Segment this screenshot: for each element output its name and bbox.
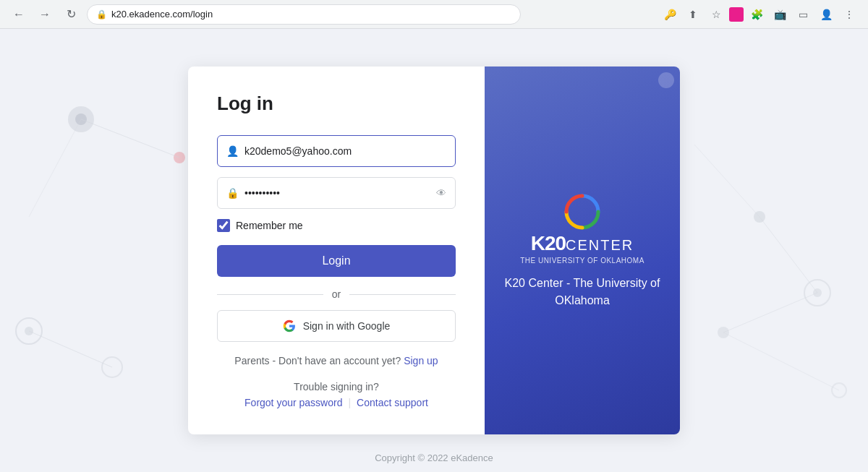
k20-subtitle-text: THE UNIVERSITY OF OKLAHOMA <box>520 257 644 265</box>
sidebar-btn[interactable]: ▭ <box>793 4 813 25</box>
page-title: Log in <box>217 93 456 115</box>
page-footer: Copyright © 2022 eKadence <box>0 452 868 463</box>
password-group: 🔒 👁 <box>217 177 456 209</box>
trouble-title: Trouble signing in? <box>217 381 456 392</box>
trouble-section: Trouble signing in? Forgot your password… <box>217 381 456 408</box>
password-input-wrapper: 🔒 👁 <box>217 177 456 209</box>
remember-checkbox[interactable] <box>217 219 230 232</box>
forward-button[interactable]: → <box>35 4 55 25</box>
divider-line-right <box>349 294 456 295</box>
k20-center-text: CENTER <box>566 237 634 253</box>
divider: or <box>217 288 456 300</box>
cast-btn[interactable]: 📺 <box>770 4 790 25</box>
forgot-password-link[interactable]: Forgot your password <box>244 397 342 408</box>
parents-row: Parents - Don't have an account yet? Sig… <box>217 355 456 366</box>
toggle-password-icon[interactable]: 👁 <box>436 187 446 199</box>
password-field[interactable] <box>244 187 436 199</box>
browser-chrome: ← → ↻ 🔒 k20.ekadence.com/login 🔑 ⬆ ☆ 🧩 📺… <box>0 0 868 29</box>
page-content: Log in 👤 🔒 👁 Remember me <box>0 0 868 472</box>
lock-icon: 🔒 <box>96 9 107 20</box>
remember-row: Remember me <box>217 219 456 232</box>
puzzle-btn[interactable]: 🧩 <box>746 4 767 25</box>
chrome-actions: 🔑 ⬆ ☆ 🧩 📺 ▭ 👤 ⋮ <box>660 4 859 25</box>
back-button[interactable]: ← <box>9 4 29 25</box>
trouble-links: Forgot your password | Contact support <box>217 397 456 408</box>
login-button[interactable]: Login <box>217 245 456 277</box>
key-icon-btn[interactable]: 🔑 <box>660 4 680 25</box>
bookmark-btn[interactable]: ☆ <box>706 4 726 25</box>
google-signin-label: Sign in with Google <box>303 320 391 332</box>
reload-button[interactable]: ↻ <box>61 4 81 25</box>
extension-icon <box>729 7 744 22</box>
divider-text: or <box>332 288 341 300</box>
corner-decoration <box>658 72 674 88</box>
trouble-separator: | <box>348 397 351 408</box>
email-field[interactable] <box>244 145 446 157</box>
address-bar[interactable]: 🔒 k20.ekadence.com/login <box>87 4 521 25</box>
left-panel: Log in 👤 🔒 👁 Remember me <box>188 66 485 434</box>
user-icon: 👤 <box>226 145 239 157</box>
signup-link[interactable]: Sign up <box>404 355 438 366</box>
divider-line-left <box>217 294 323 295</box>
email-group: 👤 <box>217 135 456 167</box>
login-card: Log in 👤 🔒 👁 Remember me <box>188 66 680 434</box>
menu-btn[interactable]: ⋮ <box>839 4 859 25</box>
email-input-wrapper: 👤 <box>217 135 456 167</box>
k20-k20-text: K20 <box>531 232 566 254</box>
lock-input-icon: 🔒 <box>226 187 239 199</box>
url-text: k20.ekadence.com/login <box>111 9 213 20</box>
copyright-text: Copyright © 2022 eKadence <box>375 452 493 463</box>
google-signin-button[interactable]: Sign in with Google <box>217 310 456 342</box>
profile-btn[interactable]: 👤 <box>816 4 836 25</box>
k20-brand: K20CENTER THE UNIVERSITY OF OKLAHOMA <box>520 232 644 265</box>
k20-logo-icon <box>562 192 603 232</box>
google-logo-icon <box>283 319 296 332</box>
parents-text: Parents - Don't have an account yet? <box>234 355 401 366</box>
right-panel: K20CENTER THE UNIVERSITY OF OKLAHOMA K20… <box>485 66 680 434</box>
share-btn[interactable]: ⬆ <box>683 4 703 25</box>
remember-label: Remember me <box>236 220 303 231</box>
k20-brand-text: K20CENTER THE UNIVERSITY OF OKLAHOMA <box>520 232 644 265</box>
contact-support-link[interactable]: Contact support <box>357 397 428 408</box>
k20-org-name: K20 Center - The University of OKlahoma <box>505 275 660 309</box>
